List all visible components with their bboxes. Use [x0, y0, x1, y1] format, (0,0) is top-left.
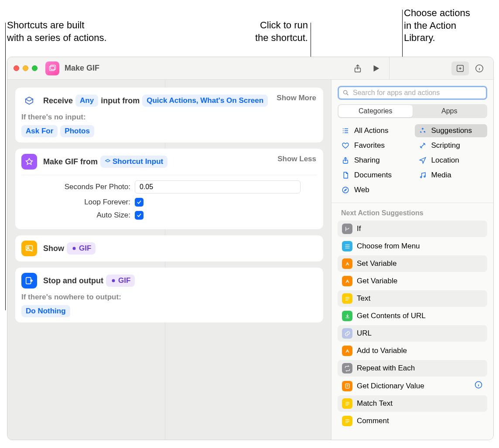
- category-all-actions[interactable]: All Actions: [338, 124, 410, 137]
- suggestion-label: Get Dictionary Value: [357, 382, 424, 390]
- music-icon: [418, 171, 427, 180]
- suggestion-text[interactable]: Text: [338, 290, 487, 307]
- category-label: Sharing: [354, 156, 380, 165]
- no-input-label: If there's no input:: [21, 113, 317, 122]
- category-label: Favorites: [354, 141, 385, 150]
- action-stop-output[interactable]: Stop and output GIF If there's nowhere t…: [15, 268, 323, 322]
- suggestion-choose-from-menu[interactable]: Choose from Menu: [338, 238, 487, 255]
- action-show[interactable]: Show GIF: [15, 235, 323, 261]
- gif-variable-pill[interactable]: GIF: [67, 242, 96, 255]
- svg-point-10: [344, 91, 347, 94]
- library-toggle-button[interactable]: [451, 61, 469, 75]
- suggestion-label: Match Text: [357, 399, 393, 408]
- no-output-label: If there's nowhere to output:: [21, 293, 317, 302]
- x-icon: [342, 276, 352, 286]
- suggestion-get-variable[interactable]: Get Variable: [338, 273, 487, 289]
- suggestion-match-text[interactable]: Match Text: [338, 395, 487, 412]
- download-icon: [342, 311, 352, 321]
- category-web[interactable]: Web: [338, 183, 410, 197]
- gif-text: GIF: [79, 244, 91, 253]
- category-scripting[interactable]: Scripting: [415, 139, 488, 152]
- nav-icon: [418, 156, 427, 165]
- share-button[interactable]: [350, 61, 366, 76]
- callout-line: [311, 23, 311, 61]
- category-label: Media: [431, 171, 451, 180]
- shortcut-icon: [45, 61, 59, 75]
- ask-for-pill[interactable]: Ask For: [21, 125, 58, 137]
- category-suggestions[interactable]: Suggestions: [415, 124, 488, 137]
- search-field[interactable]: [338, 86, 487, 100]
- suggestion-add-to-variable[interactable]: Add to Variable: [338, 343, 487, 359]
- search-icon: [342, 89, 349, 96]
- loop-label: Loop Forever:: [21, 198, 130, 207]
- suggestion-label: Text: [357, 294, 370, 303]
- category-documents[interactable]: Documents: [338, 169, 410, 182]
- seconds-input[interactable]: [135, 180, 301, 193]
- svg-rect-0: [49, 66, 55, 71]
- zoom-window-button[interactable]: [32, 65, 38, 71]
- photos-pill[interactable]: Photos: [60, 125, 94, 137]
- tab-categories[interactable]: Categories: [338, 105, 413, 117]
- shortcut-input-text: Shortcut Input: [113, 157, 163, 166]
- autosize-checkbox[interactable]: [135, 211, 144, 220]
- action-receive-input[interactable]: Receive Any input from Quick Actions, Wh…: [15, 88, 323, 143]
- info-icon[interactable]: [474, 380, 483, 391]
- category-media[interactable]: Media: [415, 169, 488, 182]
- titlebar: Make GIF: [7, 57, 493, 80]
- suggestion-if[interactable]: If: [338, 221, 487, 237]
- suggestion-get-dictionary-value[interactable]: Get Dictionary Value: [338, 377, 487, 394]
- suggestion-label: Comment: [357, 417, 389, 425]
- doc-icon: [341, 171, 350, 180]
- x-icon: [342, 346, 352, 356]
- receive-label2: input from: [101, 96, 140, 105]
- suggestion-url[interactable]: URL: [338, 325, 487, 342]
- category-label: Location: [431, 156, 459, 165]
- suggestion-comment[interactable]: Comment: [338, 413, 487, 429]
- heart-icon: [341, 141, 350, 150]
- category-label: Scripting: [431, 141, 460, 150]
- suggestion-label: If: [357, 224, 361, 233]
- dict-icon: [342, 381, 352, 391]
- suggestion-set-variable[interactable]: Set Variable: [338, 255, 487, 272]
- input-type-pill[interactable]: Any: [75, 95, 98, 107]
- gif-output-pill[interactable]: GIF: [106, 275, 135, 287]
- suggestion-label: Add to Variable: [357, 346, 407, 355]
- shortcuts-editor-window: Make GIF Receive Any input from: [7, 57, 494, 440]
- run-button[interactable]: [368, 61, 384, 76]
- category-label: All Actions: [354, 126, 388, 135]
- close-window-button[interactable]: [14, 65, 19, 71]
- show-more-button[interactable]: Show More: [277, 94, 316, 102]
- callout-actions: Shortcuts are built with a series of act…: [7, 19, 107, 44]
- link-icon: [342, 328, 352, 339]
- search-input[interactable]: [353, 89, 482, 97]
- show-less-button[interactable]: Show Less: [277, 155, 316, 163]
- category-favorites[interactable]: Favorites: [338, 139, 410, 152]
- category-sharing[interactable]: Sharing: [338, 154, 410, 167]
- branch-icon: [342, 224, 352, 234]
- info-button[interactable]: [472, 61, 487, 76]
- tab-apps[interactable]: Apps: [413, 105, 487, 117]
- make-gif-label: Make GIF from: [43, 157, 98, 166]
- shortcut-input-pill[interactable]: Shortcut Input: [100, 156, 167, 168]
- suggestion-label: Repeat with Each: [357, 364, 415, 373]
- category-location[interactable]: Location: [415, 154, 488, 167]
- input-sources-pill[interactable]: Quick Actions, What's On Screen: [142, 95, 268, 107]
- suggestion-repeat-with-each[interactable]: Repeat with Each: [338, 360, 487, 377]
- editor-canvas[interactable]: Receive Any input from Quick Actions, Wh…: [7, 80, 331, 440]
- suggestion-label: Choose from Menu: [357, 242, 420, 251]
- autosize-label: Auto Size:: [21, 211, 130, 220]
- list-icon: [341, 126, 350, 135]
- receive-label: Receive: [43, 96, 73, 105]
- category-label: Suggestions: [431, 126, 472, 135]
- action-library-sidebar: Categories Apps All ActionsSuggestionsFa…: [331, 80, 493, 440]
- do-nothing-pill[interactable]: Do Nothing: [21, 305, 70, 317]
- loop-checkbox[interactable]: [135, 198, 144, 207]
- category-label: Web: [354, 186, 369, 194]
- menu-icon: [342, 241, 352, 251]
- sparkle-icon: [418, 126, 427, 135]
- action-make-gif[interactable]: Make GIF from Shortcut Input Show Less S…: [15, 149, 323, 229]
- svg-rect-1: [51, 65, 56, 69]
- minimize-window-button[interactable]: [23, 65, 28, 71]
- suggestion-label: Get Contents of URL: [357, 312, 426, 320]
- suggestion-get-contents-of-url[interactable]: Get Contents of URL: [338, 308, 487, 324]
